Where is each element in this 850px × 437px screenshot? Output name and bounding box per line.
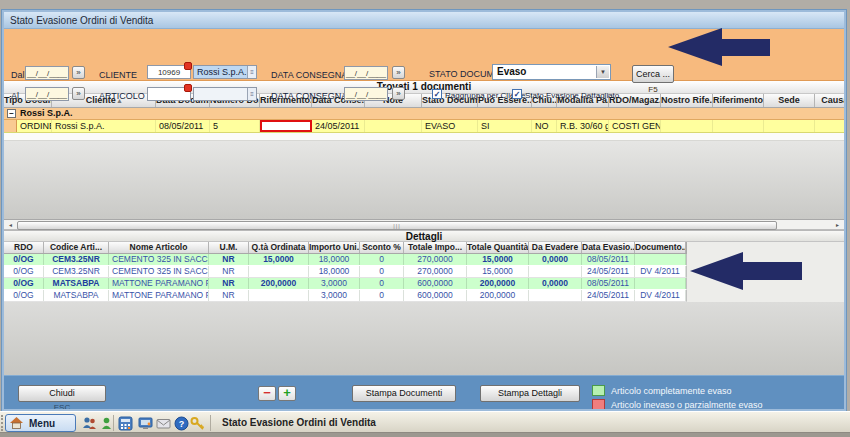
window-title: Stato Evasione Ordini di Vendita xyxy=(10,15,153,26)
cell xyxy=(713,120,764,132)
data-consegna-dal-picker-button[interactable]: » xyxy=(392,66,405,79)
table-row[interactable]: 0/OGMATSABPAMATTONE PARAMANO FO...NR200,… xyxy=(4,278,687,290)
monitor-icon[interactable] xyxy=(138,416,153,431)
al-date-input[interactable] xyxy=(25,87,69,101)
group-row[interactable]: − Rossi S.p.A. xyxy=(4,108,844,120)
cell: 18,0000 xyxy=(309,266,360,277)
cell: MATTONE PARAMANO FO... xyxy=(109,278,209,289)
toolbar-separator xyxy=(210,415,211,431)
column-header[interactable]: Data Evasio... xyxy=(582,242,635,253)
user-icon[interactable] xyxy=(99,416,114,431)
cell: NO xyxy=(532,120,557,132)
column-header[interactable]: Nostro Rife... xyxy=(661,94,713,107)
cell: 0,0000 xyxy=(529,278,582,289)
annotation-arrow-cerca xyxy=(668,28,770,66)
date-picker-icon: » xyxy=(76,68,80,77)
column-header[interactable]: Nome Articolo xyxy=(109,242,209,253)
table-row[interactable]: 0/OGMATSABPAMATTONE PARAMANO FO...NR3,00… xyxy=(4,290,687,302)
help-icon[interactable]: ? xyxy=(174,416,189,431)
table-row[interactable]: ORDINE C...Rossi S.p.A.08/05/2011524/05/… xyxy=(4,120,844,133)
app-window: Stato Evasione Ordini di Vendita Dal » C… xyxy=(2,10,846,411)
articolo-name-field[interactable]: ≡ xyxy=(193,87,257,101)
data-consegna-dal-input[interactable] xyxy=(344,66,388,80)
data-consegna-al-picker-button[interactable]: » xyxy=(392,87,405,100)
date-picker-icon: » xyxy=(396,68,400,77)
column-header[interactable]: Documento... xyxy=(635,242,686,253)
cell: 0 xyxy=(360,254,404,265)
stato-documento-select[interactable]: Evaso ▼ xyxy=(492,64,611,80)
collapse-icon[interactable]: − xyxy=(7,109,16,118)
dal-date-picker-button[interactable]: » xyxy=(72,66,85,79)
cell: NR xyxy=(209,290,249,301)
grip-icon: ||| xyxy=(393,223,401,229)
details-grid-header: RDOCodice Arti...Nome ArticoloU.M.Q.tà O… xyxy=(4,242,687,254)
column-header[interactable]: U.M. xyxy=(209,242,249,253)
cell xyxy=(365,120,422,132)
list-picker-icon[interactable]: ≡ xyxy=(247,66,256,78)
column-header[interactable]: Totale Quantità ... xyxy=(467,242,529,253)
cell: 24/05/2011 xyxy=(582,266,635,277)
al-label: Al xyxy=(11,91,19,101)
stato-evasione-checkbox[interactable]: ✓ xyxy=(512,89,522,99)
scroll-left-icon[interactable]: ◄ xyxy=(5,221,16,230)
cell: 0/OG xyxy=(4,278,44,289)
column-header[interactable]: RDO xyxy=(4,242,44,253)
cell: MATSABPA xyxy=(44,290,109,301)
column-header[interactable]: Codice Arti... xyxy=(44,242,109,253)
dal-date-input[interactable] xyxy=(25,66,69,80)
annotation-arrow-details xyxy=(690,252,802,290)
scroll-right-icon[interactable]: ► xyxy=(832,221,843,230)
raggruppa-checkbox[interactable]: ✓ xyxy=(432,89,442,99)
users-icon[interactable] xyxy=(82,416,97,431)
cell: 0 xyxy=(360,266,404,277)
column-header[interactable]: Da Evadere xyxy=(529,242,582,253)
legend-label: Articolo inevaso o parzialmente evaso xyxy=(611,400,763,410)
stampa-dettagli-button[interactable]: Stampa Dettagli xyxy=(480,385,580,402)
cell: 200,0000 xyxy=(249,278,309,289)
column-header[interactable]: Importo Uni... xyxy=(309,242,360,253)
scrollbar-thumb[interactable]: ||| xyxy=(17,221,777,230)
row-selector[interactable] xyxy=(4,120,17,132)
cerca-button[interactable]: Cerca ... xyxy=(632,65,674,83)
horizontal-scrollbar[interactable]: ◄ ||| ► xyxy=(4,219,844,230)
key-icon[interactable] xyxy=(190,416,205,431)
details-panel-title: Dettagli xyxy=(4,230,844,242)
group-row-label: Rossi S.p.A. xyxy=(20,108,73,119)
cell: CEM3.25NR xyxy=(44,266,109,277)
window-titlebar[interactable]: Stato Evasione Ordini di Vendita xyxy=(4,12,844,29)
table-row[interactable]: 0/OGCEM3.25NRCEMENTO 325 IN SACCHI D...N… xyxy=(4,254,687,266)
add-button[interactable]: + xyxy=(278,386,296,401)
cell: NR xyxy=(209,254,249,265)
cell: 08/05/2011 xyxy=(582,278,635,289)
mail-icon[interactable] xyxy=(156,416,171,431)
column-header[interactable]: Totale Impo... xyxy=(404,242,467,253)
data-consegna-al-input[interactable] xyxy=(344,87,388,101)
cell: NR xyxy=(209,278,249,289)
cell: Rossi S.p.A. xyxy=(52,120,156,132)
remove-button[interactable]: − xyxy=(258,386,276,401)
chevron-down-icon[interactable]: ▼ xyxy=(596,66,609,78)
calculator-icon[interactable] xyxy=(118,416,133,431)
cell xyxy=(661,120,713,132)
cell xyxy=(249,266,309,277)
cell: 0 xyxy=(360,278,404,289)
cliente-label: CLIENTE xyxy=(99,70,137,80)
column-header[interactable]: Causale xyxy=(815,94,844,107)
list-picker-icon[interactable]: ≡ xyxy=(247,88,256,100)
column-header[interactable]: Q.tà Ordinata xyxy=(249,242,309,253)
menu-button[interactable]: Menu xyxy=(5,414,76,432)
column-header[interactable]: Sconto % xyxy=(360,242,404,253)
cell: CEMENTO 325 IN SACCHI D... xyxy=(109,266,209,277)
cell: 24/05/2011 xyxy=(582,290,635,301)
chiudi-button[interactable]: Chiudi xyxy=(18,385,106,402)
al-date-picker-button[interactable]: » xyxy=(72,87,85,100)
cliente-name-field[interactable]: Rossi S.p.A. ≡ xyxy=(193,65,257,79)
column-header[interactable]: Sede xyxy=(764,94,815,107)
cell xyxy=(529,266,582,277)
legend-swatch xyxy=(592,385,605,396)
stampa-documenti-button[interactable]: Stampa Documenti xyxy=(352,385,456,402)
cell: 24/05/2011 xyxy=(312,120,365,132)
column-header[interactable]: Riferimento... xyxy=(713,94,764,107)
backdrop xyxy=(0,433,850,437)
table-row[interactable]: 0/OGCEM3.25NRCEMENTO 325 IN SACCHI D...N… xyxy=(4,266,687,278)
